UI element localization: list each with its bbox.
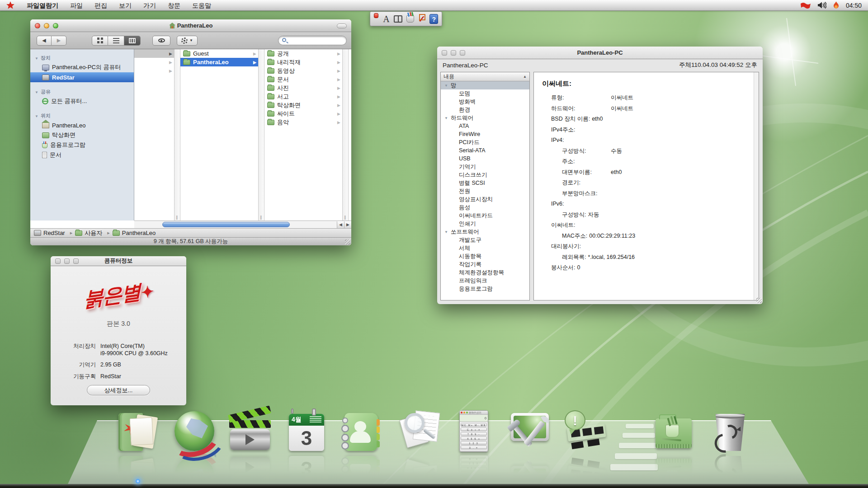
column-item[interactable]: 싸이트▶ (264, 109, 342, 118)
tree-item[interactable]: PCI카드 (441, 138, 529, 146)
check-tool-icon[interactable]: ✓ (418, 13, 426, 25)
sidebar-item-computer[interactable]: PantheraLeo-PC의 콤퓨터 (30, 62, 134, 72)
column-scrollbar[interactable] (258, 49, 264, 221)
menu-item-window[interactable]: 창문 (162, 0, 186, 11)
column-view-button[interactable] (124, 36, 141, 46)
tree-item[interactable]: 병렬 SCSI (441, 179, 529, 187)
red-flag-icon[interactable] (800, 2, 811, 9)
back-button[interactable]: ◀ (37, 36, 52, 46)
tree-item[interactable]: 환경 (441, 106, 529, 114)
tree-item[interactable]: 시동항목 (441, 252, 529, 260)
tree-item[interactable]: 개발도구 (441, 236, 529, 244)
close-button[interactable] (35, 23, 40, 28)
tree-header[interactable]: 내용 (441, 72, 529, 81)
columns-tool-icon[interactable] (394, 15, 402, 23)
sidebar-item-applications[interactable]: 응용프로그람 (30, 140, 134, 150)
font-tool-icon[interactable]: A (383, 12, 389, 26)
sidebar-item-documents[interactable]: 문서 (30, 150, 134, 160)
column-row-truncated[interactable]: ▶ (134, 49, 174, 58)
minimize-button[interactable] (64, 258, 70, 264)
tree-item[interactable]: Serial-ATA (441, 146, 529, 155)
resize-grip[interactable] (345, 239, 350, 245)
column-item[interactable]: 동영상▶ (264, 66, 342, 75)
menu-clock[interactable]: 04:50 (846, 2, 862, 9)
tree-group-software[interactable]: 쏘프트웨어 (441, 228, 529, 236)
search-input[interactable] (278, 36, 347, 45)
menu-item-file[interactable]: 파일 (64, 0, 89, 11)
notification-flame-icon[interactable] (833, 1, 840, 9)
menu-item-help[interactable]: 도움말 (186, 0, 217, 11)
tree-item[interactable]: 작업기록 (441, 260, 529, 268)
tree-item[interactable]: USB (441, 155, 529, 163)
about-title-bar[interactable]: 콤퓨터정보 (51, 256, 186, 266)
close-button[interactable] (442, 50, 447, 56)
dock-applications-folder-icon[interactable] (652, 409, 695, 453)
scrollbar-thumb[interactable] (162, 222, 290, 227)
more-info-button[interactable]: 상세정보... (87, 385, 150, 395)
scroll-left-button[interactable]: ◀ (337, 221, 344, 228)
dock-memory-info-icon[interactable]: ! (564, 409, 607, 453)
tree-item[interactable]: 이써네트카드 (441, 211, 529, 220)
column-item[interactable]: 음악▶ (264, 118, 342, 127)
sidebar-item-home[interactable]: PantheraLeo (30, 120, 134, 130)
tree-item[interactable]: 영상표시장치 (441, 195, 529, 203)
resize-grip[interactable] (756, 298, 762, 303)
tree-item[interactable]: 기억기 (441, 163, 529, 171)
zoom-button[interactable] (73, 258, 79, 264)
minimize-button[interactable] (44, 23, 49, 28)
volume-icon[interactable] (817, 1, 826, 9)
scroll-right-button[interactable]: ▶ (344, 221, 351, 228)
column-item[interactable]: 서고▶ (264, 92, 342, 101)
tree-item[interactable]: 프레임워크 (441, 277, 529, 285)
sidebar-item-desktop[interactable]: 탁상화면 (30, 130, 134, 140)
dock-trash-icon[interactable] (708, 409, 752, 453)
tree-item[interactable]: 인쇄기 (441, 220, 529, 228)
tree-item[interactable]: 음성 (441, 203, 529, 211)
path-item-pantheraleo[interactable]: PantheraLeo (113, 230, 158, 236)
column-scrollbar[interactable] (342, 49, 349, 221)
minimize-button[interactable] (451, 50, 456, 56)
dock-movie-player-icon[interactable] (228, 409, 272, 453)
tree-item[interactable]: 전원 (441, 187, 529, 195)
dock-address-book-icon[interactable] (340, 409, 383, 453)
tree-item[interactable]: ATA (441, 122, 529, 130)
path-item-users[interactable]: 사용자 (75, 229, 113, 237)
tree-item[interactable]: 응용프로그람 (441, 285, 529, 293)
quicklook-button[interactable] (152, 36, 170, 46)
help-tool-icon[interactable]: ? (429, 14, 438, 24)
column-row-truncated[interactable]: ▶ (134, 66, 174, 75)
sidebar-item-redstar[interactable]: RedStar (30, 72, 134, 82)
column-row-truncated[interactable]: ▶ (134, 58, 174, 66)
tree-item[interactable]: 서체 (441, 244, 529, 252)
column-item[interactable]: 공개▶ (264, 49, 342, 58)
dock-file-manager-icon[interactable] (117, 409, 160, 453)
menu-item-view[interactable]: 보기 (113, 0, 137, 11)
icon-view-button[interactable] (92, 36, 108, 46)
menu-item-edit[interactable]: 편집 (89, 0, 113, 11)
menu-item-app[interactable]: 파일열람기 (21, 0, 64, 11)
close-button[interactable] (55, 258, 61, 264)
tree-item[interactable]: 디스크쓰기 (441, 171, 529, 179)
column-scrollbar[interactable] (174, 49, 180, 221)
finder-title-bar[interactable]: PantheraLeo (30, 19, 351, 32)
column-item-pantheraleo[interactable]: PantheraLeo▶ (180, 58, 258, 66)
dock-web-browser-icon[interactable] (173, 409, 216, 453)
list-view-button[interactable] (108, 36, 124, 46)
horizontal-scrollbar[interactable]: ◀ ▶ (134, 221, 351, 228)
tree-item[interactable]: FireWire (441, 130, 529, 138)
red-star-logo-icon[interactable] (6, 1, 14, 9)
menu-item-go[interactable]: 가기 (137, 0, 162, 11)
tree-group-network[interactable]: 망 (441, 81, 529, 89)
forward-button[interactable]: ▶ (52, 36, 66, 46)
palette-close-button[interactable] (374, 13, 378, 18)
tree-item[interactable]: 모뎀 (441, 89, 529, 98)
column-item[interactable]: 내리적재▶ (264, 58, 342, 66)
column-item[interactable]: 문서▶ (264, 75, 342, 84)
toolbar-toggle-button[interactable] (337, 23, 347, 28)
profiler-title-bar[interactable]: PantheraLeo-PC (437, 47, 763, 59)
zoom-button[interactable] (53, 23, 58, 28)
column-item-guest[interactable]: Guest▶ (180, 49, 258, 58)
zoom-button[interactable] (460, 50, 465, 56)
tree-group-hardware[interactable]: 하드웨어 (441, 114, 529, 122)
path-item-redstar[interactable]: RedStar (34, 230, 75, 236)
